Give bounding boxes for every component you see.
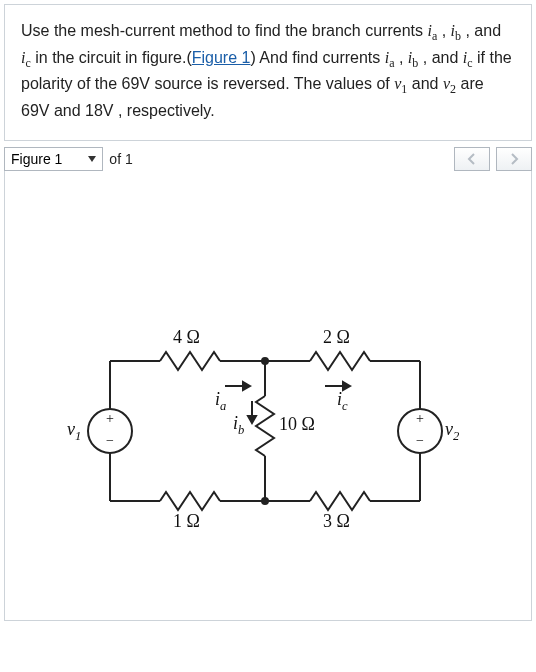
text: , [437,22,450,39]
text: , and [418,49,462,66]
v2-plus: + [416,411,424,427]
text: and [407,75,443,92]
label-ib: ib [233,413,244,438]
label-ic: ic [337,389,348,414]
label-r-4ohm: 4 Ω [173,327,200,348]
figure-select[interactable]: Figure 1 [4,147,103,171]
chevron-left-icon [467,153,477,165]
chevron-right-icon [509,153,519,165]
figure-link[interactable]: Figure 1 [192,49,251,66]
label-ia: ia [215,389,226,414]
label-r-3ohm: 3 Ω [323,511,350,532]
chevron-down-icon [88,156,96,162]
circuit-diagram: 4 Ω 2 Ω 10 Ω 1 Ω 3 Ω ia ic ib v1 v2 + − … [65,321,465,541]
v2-minus: − [416,433,424,449]
text: ) And find currents [250,49,384,66]
var-v2: v [443,75,450,92]
label-v1: v1 [67,419,81,444]
figure-panel: 4 Ω 2 Ω 10 Ω 1 Ω 3 Ω ia ic ib v1 v2 + − … [4,171,532,621]
label-r-1ohm: 1 Ω [173,511,200,532]
next-figure-button[interactable] [496,147,532,171]
text: Use the mesh-current method to find the … [21,22,427,39]
label-r-10ohm: 10 Ω [279,414,315,435]
problem-statement: Use the mesh-current method to find the … [4,4,532,141]
text: in the circuit in figure.( [31,49,192,66]
figure-select-label: Figure 1 [11,151,62,167]
label-r-2ohm: 2 Ω [323,327,350,348]
text: , [395,49,408,66]
v1-minus: − [106,433,114,449]
text: , and [461,22,501,39]
figure-toolbar: Figure 1 of 1 [4,141,532,171]
figure-count: of 1 [109,151,132,167]
v1-plus: + [106,411,114,427]
prev-figure-button[interactable] [454,147,490,171]
label-v2: v2 [445,419,459,444]
